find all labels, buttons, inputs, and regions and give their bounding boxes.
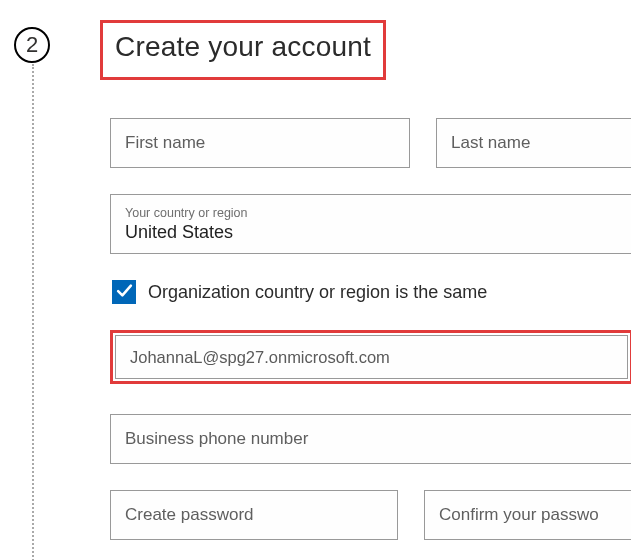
check-icon: [116, 282, 133, 303]
email-highlight: JohannaL@spg27.onmicrosoft.com: [110, 330, 631, 384]
country-label: Your country or region: [125, 206, 248, 220]
heading-highlight: Create your account: [100, 20, 386, 80]
password-row: Create password Confirm your passwo: [110, 490, 631, 540]
first-name-placeholder: First name: [125, 133, 205, 153]
name-row: First name Last name: [110, 118, 631, 168]
org-same-row: Organization country or region is the sa…: [110, 280, 631, 304]
form-content: Create your account First name Last name…: [100, 20, 631, 560]
last-name-placeholder: Last name: [451, 133, 530, 153]
first-name-field[interactable]: First name: [110, 118, 410, 168]
confirm-password-field[interactable]: Confirm your passwo: [424, 490, 631, 540]
password-field[interactable]: Create password: [110, 490, 398, 540]
country-value: United States: [125, 222, 233, 243]
last-name-field[interactable]: Last name: [436, 118, 631, 168]
step-number: 2: [26, 32, 38, 58]
page-title: Create your account: [115, 31, 371, 63]
step-number-circle: 2: [14, 27, 50, 63]
phone-placeholder: Business phone number: [125, 429, 308, 449]
confirm-password-placeholder: Confirm your passwo: [439, 505, 599, 525]
email-field[interactable]: JohannaL@spg27.onmicrosoft.com: [115, 335, 628, 379]
phone-field[interactable]: Business phone number: [110, 414, 631, 464]
country-row: Your country or region United States: [110, 194, 631, 254]
password-placeholder: Create password: [125, 505, 254, 525]
org-same-label: Organization country or region is the sa…: [148, 282, 487, 303]
form-area: First name Last name Your country or reg…: [100, 118, 631, 540]
email-value: JohannaL@spg27.onmicrosoft.com: [130, 348, 390, 367]
country-select[interactable]: Your country or region United States: [110, 194, 631, 254]
step-connector-line: [32, 64, 34, 560]
org-same-checkbox[interactable]: [112, 280, 136, 304]
phone-row: Business phone number: [110, 414, 631, 464]
